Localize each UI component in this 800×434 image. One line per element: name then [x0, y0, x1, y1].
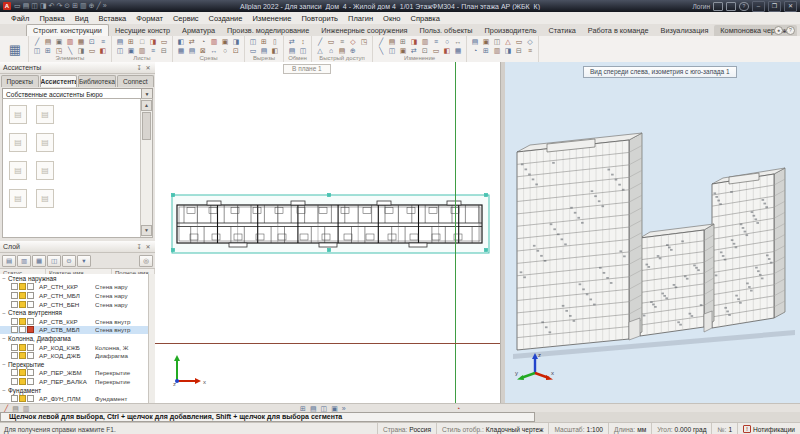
ribbon-tool-icon[interactable]: ◔	[470, 46, 480, 55]
layer-status-icon[interactable]	[19, 369, 26, 376]
menu-item-плагин[interactable]: Плагин	[343, 14, 378, 23]
ribbon-tool-icon[interactable]: ≡	[337, 37, 347, 46]
ribbon-tool-icon[interactable]: ◳	[54, 46, 64, 55]
ribbon-tool-icon[interactable]: ⇄	[187, 37, 197, 46]
ribbon-tool-icon[interactable]: ⊞	[43, 46, 53, 55]
layer-status-icon[interactable]	[27, 395, 34, 402]
layer-group-row[interactable]: −Стена наружная	[0, 274, 148, 283]
layer-status-icon[interactable]	[11, 283, 18, 290]
ribbon-tool-icon[interactable]: ▦	[76, 37, 86, 46]
layer-status-icon[interactable]	[11, 369, 18, 376]
assistant-thumbnail[interactable]: ▤	[9, 161, 27, 180]
ribbon-tool-icon[interactable]: ╲	[376, 46, 386, 55]
layer-status-icon[interactable]	[11, 301, 18, 308]
ribbon-tool-icon[interactable]: ▥	[137, 46, 147, 55]
quick-access-icon[interactable]: ⊞	[72, 1, 78, 11]
ribbon-tool-icon[interactable]: ╱	[32, 37, 42, 46]
ribbon-tab[interactable]: Несущие констр	[109, 25, 176, 36]
tab-ассистенты[interactable]: Ассистенты	[40, 75, 78, 87]
login-button[interactable]: Логин	[693, 3, 710, 10]
layer-status-icon[interactable]	[19, 292, 26, 299]
scroll-up-icon[interactable]: ▲	[141, 100, 152, 111]
restore-button[interactable]: ❐	[768, 1, 781, 12]
quick-access-icon[interactable]: ▥	[80, 1, 87, 11]
ribbon-tool-icon[interactable]: ▥	[492, 46, 502, 55]
layers-toolbar-button[interactable]: ▾	[77, 255, 91, 267]
scroll-down-icon[interactable]: ▼	[141, 225, 152, 236]
ribbon-tab[interactable]: Арматура	[176, 25, 221, 36]
ribbon-tool-icon[interactable]: △	[315, 46, 325, 55]
ribbon-tool-icon[interactable]: ◫	[492, 37, 502, 46]
shop-icon[interactable]	[726, 2, 736, 11]
ribbon-tool-icon[interactable]: ▭	[514, 37, 524, 46]
assistants-scrollbar[interactable]: ▲ ▼	[140, 99, 152, 237]
layer-status-icon[interactable]	[27, 369, 34, 376]
ribbon-tool-icon[interactable]: ⊡	[231, 46, 241, 55]
ribbon-tool-icon[interactable]: ▤	[43, 37, 53, 46]
ribbon-tool-icon[interactable]: ≡	[98, 37, 108, 46]
pin-icon[interactable]: ↧	[135, 64, 143, 71]
assistant-thumbnail[interactable]: ▤	[36, 189, 54, 208]
minimize-button[interactable]: –	[752, 1, 765, 12]
layer-status-icon[interactable]	[19, 318, 26, 325]
layer-status-icon[interactable]	[27, 301, 34, 308]
ribbon-tool-icon[interactable]: ◨	[409, 37, 419, 46]
quick-access-icon[interactable]: ⊙	[64, 1, 70, 11]
ribbon-tool-icon[interactable]: ◧	[176, 37, 186, 46]
ribbon-tool-icon[interactable]: ◨	[76, 46, 86, 55]
ribbon-tool-icon[interactable]: ⊠	[198, 46, 208, 55]
ribbon-tool-icon[interactable]: ▭	[326, 37, 336, 46]
close-button[interactable]: ✕	[784, 1, 797, 12]
monitor-icon[interactable]	[713, 2, 723, 11]
ribbon-tool-icon[interactable]: ⊞	[126, 37, 136, 46]
ribbon-tab[interactable]: Польз. объекты	[414, 25, 479, 36]
ribbon-tool-icon[interactable]: ◨	[503, 46, 513, 55]
ribbon-tool-icon[interactable]: ≡	[431, 37, 441, 46]
quick-access-icon[interactable]: ◫	[31, 1, 38, 11]
quick-access-icon[interactable]: ▭	[14, 1, 21, 11]
ribbon-tool-icon[interactable]: ▣	[398, 46, 408, 55]
ribbon-tool-icon[interactable]: ◨	[148, 37, 158, 46]
ribbon-tool-icon[interactable]: ○	[220, 46, 230, 55]
menu-item-файл[interactable]: Файл	[6, 14, 34, 23]
ribbon-tab[interactable]: Инженерные сооружения	[315, 25, 413, 36]
tab-проекты[interactable]: Проекты	[1, 75, 39, 87]
isometric-viewport[interactable]: Вид спереди слева, изометрия с юго-запад…	[505, 62, 800, 403]
ribbon-tool-icon[interactable]: ╱	[315, 37, 325, 46]
layer-status-icon[interactable]	[11, 378, 18, 385]
layer-status-icon[interactable]	[19, 395, 26, 402]
menu-item-сервис[interactable]: Сервис	[168, 14, 204, 23]
collapse-icon[interactable]: −	[0, 361, 8, 367]
ribbon-tool-icon[interactable]: ▥	[420, 37, 430, 46]
ribbon-tool-icon[interactable]: ⊞	[398, 37, 408, 46]
status-notifications[interactable]: !Нотификации	[737, 423, 800, 434]
layer-status-icon[interactable]	[27, 283, 34, 290]
plan-viewport-label[interactable]: В плане 1	[283, 64, 331, 74]
ribbon-tool-icon[interactable]: ◫	[32, 46, 42, 55]
layers-toolbar-button[interactable]: ▥	[17, 255, 31, 267]
menu-item-формат[interactable]: Формат	[131, 14, 168, 23]
ribbon-tab[interactable]: Работа в команде	[582, 25, 655, 36]
layer-status-icon[interactable]	[11, 395, 18, 402]
collapse-icon[interactable]: −	[0, 335, 8, 341]
ribbon-tool-icon[interactable]: ◇	[348, 37, 358, 46]
ribbon-tool-icon[interactable]: ↕	[298, 37, 308, 46]
ribbon-tool-icon[interactable]: ▭	[248, 46, 258, 55]
ribbon-tool-icon[interactable]: ◫	[298, 46, 308, 55]
ribbon-tool-icon[interactable]: ▣	[481, 37, 491, 46]
layer-status-icon[interactable]	[19, 352, 26, 359]
layer-row[interactable]: АР_СТВ_МБЛСтена внутр	[0, 326, 148, 335]
layer-status-icon[interactable]	[19, 301, 26, 308]
ribbon-tool-icon[interactable]: ▭	[431, 46, 441, 55]
ribbon-tool-icon[interactable]: ◧	[98, 46, 108, 55]
ribbon-tool-icon[interactable]: ▦	[453, 46, 463, 55]
ribbon-tab[interactable]: Строит. конструкции	[26, 24, 109, 36]
ribbon-tool-icon[interactable]: ≡	[148, 46, 158, 55]
ribbon-tool-icon[interactable]: ▤	[287, 46, 297, 55]
menu-item-правка[interactable]: Правка	[34, 14, 69, 23]
layer-status-icon[interactable]	[11, 318, 18, 325]
ribbon-tool-icon[interactable]: ⌂	[326, 46, 336, 55]
menu-item-вид[interactable]: Вид	[70, 14, 94, 23]
ribbon-tool-icon[interactable]: ≡	[525, 46, 535, 55]
layer-row[interactable]: АР_СТВ_ККРСтена внутр	[0, 317, 148, 326]
